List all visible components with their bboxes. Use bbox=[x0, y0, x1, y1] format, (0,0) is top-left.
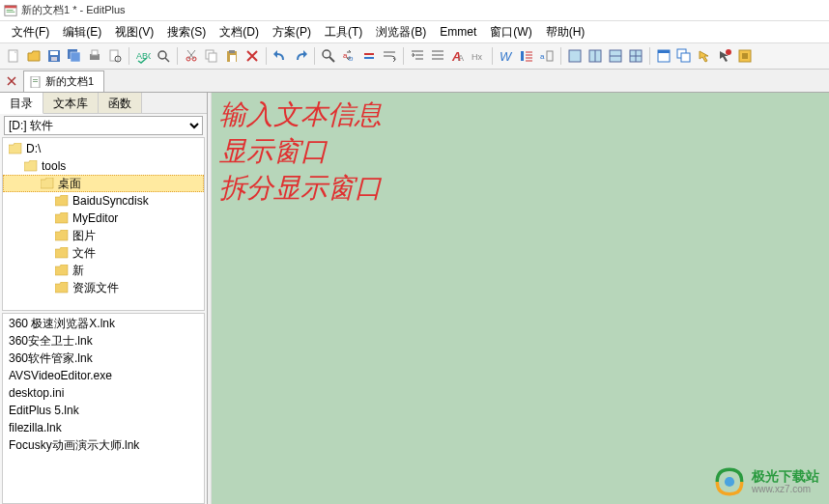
tool-paste-icon[interactable] bbox=[222, 46, 242, 66]
tool-grid4-icon[interactable] bbox=[626, 46, 645, 66]
tool-record-icon[interactable] bbox=[715, 46, 734, 66]
tool-copy-icon[interactable] bbox=[202, 46, 221, 66]
tool-win2-icon[interactable] bbox=[674, 46, 694, 66]
drive-select[interactable]: [D:] 软件 bbox=[4, 116, 203, 135]
file-item[interactable]: 360软件管家.lnk bbox=[3, 349, 204, 366]
folder-item[interactable]: BaiduSyncdisk bbox=[3, 192, 204, 210]
editor-content[interactable]: 输入文本信息显示窗口拆分显示窗口 bbox=[212, 93, 829, 504]
svg-rect-19 bbox=[209, 53, 216, 62]
titlebar-text: 新的文档1 * - EditPlus bbox=[21, 3, 126, 17]
tool-cut-icon[interactable] bbox=[182, 46, 201, 66]
file-item[interactable]: 360 极速浏览器X.lnk bbox=[3, 314, 204, 331]
toolbar-separator bbox=[266, 47, 267, 65]
menu-t[interactable]: 工具(T) bbox=[319, 22, 368, 42]
file-item[interactable]: desktop.ini bbox=[3, 383, 204, 401]
menu-h[interactable]: 帮助(H) bbox=[540, 22, 591, 42]
tool-ruler-icon[interactable] bbox=[517, 46, 536, 66]
folder-item[interactable]: tools bbox=[3, 157, 204, 175]
tool-outdent-icon[interactable] bbox=[428, 46, 447, 66]
svg-point-15 bbox=[158, 51, 166, 59]
file-item[interactable]: 360安全卫士.lnk bbox=[3, 331, 204, 349]
svg-rect-21 bbox=[229, 50, 235, 53]
menu-emmet[interactable]: Emmet bbox=[434, 23, 482, 41]
tool-save-icon[interactable] bbox=[44, 46, 64, 66]
watermark-logo-icon bbox=[713, 465, 746, 498]
folder-item[interactable]: MyEditor bbox=[3, 210, 204, 227]
tool-browser-icon[interactable]: W bbox=[497, 46, 516, 66]
tool-grid2-icon[interactable] bbox=[586, 46, 605, 66]
svg-rect-27 bbox=[364, 57, 374, 59]
tool-print-preview-icon[interactable] bbox=[105, 46, 125, 66]
folder-item[interactable]: 资源文件 bbox=[3, 279, 204, 296]
svg-rect-11 bbox=[92, 50, 98, 55]
folder-tree[interactable]: D:\tools桌面BaiduSyncdiskMyEditor图片文件新资源文件 bbox=[2, 137, 205, 311]
tool-font-bold-icon[interactable]: AA bbox=[448, 46, 468, 66]
menu-p[interactable]: 方案(P) bbox=[267, 22, 317, 42]
tool-new-icon[interactable] bbox=[4, 46, 23, 66]
menu-e[interactable]: 编辑(E) bbox=[57, 22, 107, 42]
drive-selector[interactable]: [D:] 软件 bbox=[0, 114, 207, 137]
tool-print-icon[interactable] bbox=[85, 46, 104, 66]
tool-spell-icon[interactable]: ABC bbox=[133, 46, 153, 66]
svg-point-49 bbox=[725, 477, 734, 487]
folder-item[interactable]: 图片 bbox=[3, 227, 204, 244]
tool-win1-icon[interactable] bbox=[654, 46, 673, 66]
toolbar-separator bbox=[649, 47, 650, 65]
tool-search-icon[interactable] bbox=[319, 46, 338, 66]
tool-open-icon[interactable] bbox=[24, 46, 43, 66]
tool-macro-icon[interactable] bbox=[735, 46, 755, 66]
tool-undo-icon[interactable] bbox=[271, 46, 290, 66]
doc-icon bbox=[30, 76, 42, 88]
menu-b[interactable]: 浏览器(B) bbox=[370, 22, 432, 42]
file-item[interactable]: filezilla.lnk bbox=[3, 418, 204, 435]
watermark-cn: 极光下载站 bbox=[752, 469, 819, 484]
tool-grid1-icon[interactable] bbox=[565, 46, 585, 66]
tool-arrow-icon[interactable] bbox=[695, 46, 714, 66]
toolbar-separator bbox=[403, 47, 404, 65]
menu-d[interactable]: 文档(D) bbox=[214, 22, 265, 42]
menubar: 文件(F)编辑(E)视图(V)搜索(S)文档(D)方案(P)工具(T)浏览器(B… bbox=[0, 21, 829, 42]
side-tab-1[interactable]: 文本库 bbox=[43, 93, 99, 113]
tool-bookmark-icon[interactable] bbox=[359, 46, 379, 66]
close-tab-button[interactable] bbox=[4, 73, 19, 89]
svg-rect-34 bbox=[547, 51, 553, 61]
folder-item[interactable]: 文件 bbox=[3, 244, 204, 262]
svg-rect-7 bbox=[51, 57, 57, 61]
tool-redo-icon[interactable] bbox=[291, 46, 310, 66]
tool-grid3-icon[interactable] bbox=[606, 46, 625, 66]
menu-f[interactable]: 文件(F) bbox=[6, 22, 55, 42]
tool-delete-icon[interactable] bbox=[243, 46, 262, 66]
editor-area: 输入文本信息显示窗口拆分显示窗口 bbox=[208, 93, 829, 504]
tool-indent-icon[interactable] bbox=[408, 46, 427, 66]
side-tab-0[interactable]: 目录 bbox=[0, 93, 43, 114]
svg-rect-48 bbox=[33, 81, 38, 82]
file-item[interactable]: EditPlus 5.lnk bbox=[3, 401, 204, 418]
tool-find-replace-icon[interactable]: ab bbox=[339, 46, 358, 66]
menu-v[interactable]: 视图(V) bbox=[109, 22, 159, 42]
file-item[interactable]: AVSVideoEditor.exe bbox=[3, 366, 204, 383]
tool-column-icon[interactable]: a bbox=[537, 46, 557, 66]
tool-word-wrap-icon[interactable] bbox=[380, 46, 399, 66]
folder-item[interactable]: 新 bbox=[3, 262, 204, 279]
doc-tab-active[interactable]: 新的文档1 bbox=[23, 70, 104, 92]
svg-rect-47 bbox=[33, 79, 38, 80]
tool-hex-icon[interactable]: Hx bbox=[469, 46, 488, 66]
svg-text:W: W bbox=[500, 49, 513, 64]
file-list[interactable]: 360 极速浏览器X.lnk360安全卫士.lnk360软件管家.lnkAVSV… bbox=[2, 313, 205, 504]
toolbar-separator bbox=[492, 47, 493, 65]
menu-w[interactable]: 窗口(W) bbox=[484, 22, 537, 42]
svg-rect-42 bbox=[681, 53, 690, 62]
svg-text:Hx: Hx bbox=[472, 52, 482, 62]
folder-item[interactable]: 桌面 bbox=[3, 175, 204, 192]
doc-tab-label: 新的文档1 bbox=[45, 74, 94, 89]
toolbar-separator bbox=[314, 47, 315, 65]
titlebar: 新的文档1 * - EditPlus bbox=[0, 0, 829, 21]
menu-s[interactable]: 搜索(S) bbox=[161, 22, 212, 42]
svg-text:A: A bbox=[458, 53, 464, 63]
tool-find-icon[interactable] bbox=[154, 46, 173, 66]
folder-item[interactable]: D:\ bbox=[3, 140, 204, 157]
tool-save-all-icon[interactable] bbox=[65, 46, 84, 66]
watermark: 极光下载站 www.xz7.com bbox=[713, 465, 819, 498]
side-tab-2[interactable]: 函数 bbox=[99, 93, 142, 113]
file-item[interactable]: Focusky动画演示大师.lnk bbox=[3, 435, 204, 453]
